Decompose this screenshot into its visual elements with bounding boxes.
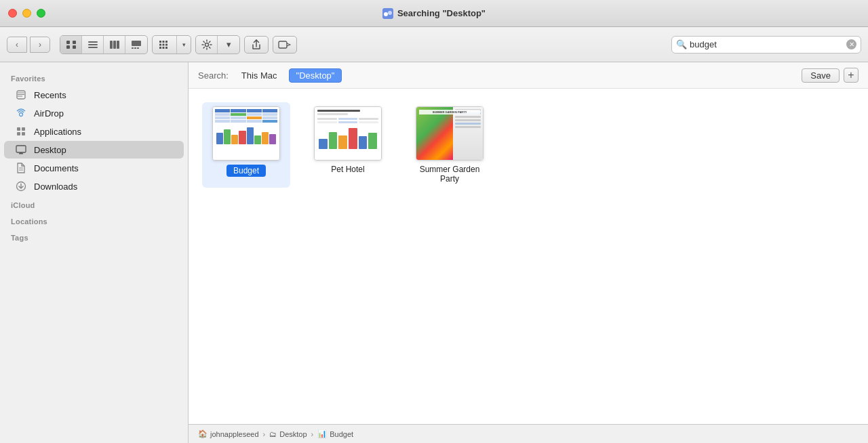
toolbar: ‹ › [0,27,868,62]
sidebar-item-label: AirDrop [34,108,64,119]
sidebar: Favorites Recents AirDrop [0,62,189,443]
svg-rect-36 [20,152,22,154]
svg-rect-16 [137,47,139,49]
garden-image-left [416,107,453,160]
desktop-folder-icon: 🗂 [269,430,277,438]
sidebar-item-applications[interactable]: Applications [4,123,184,140]
svg-rect-14 [132,47,134,49]
scope-desktop-button[interactable]: "Desktop" [289,68,342,83]
svg-rect-19 [159,47,161,49]
downloads-icon [15,180,27,192]
svg-rect-24 [165,43,167,45]
recents-icon [15,89,27,101]
scope-this-mac-button[interactable]: This Mac [234,68,285,83]
svg-rect-8 [88,44,98,45]
desktop-icon [15,144,27,156]
svg-rect-6 [73,45,76,49]
desktop-breadcrumb-text: Desktop [279,430,307,438]
column-view-button[interactable] [104,36,125,54]
file-grid: Budget [189,89,868,424]
file-item-summer-garden[interactable]: SUMMER GARDEN PARTY Summer Garden Party [406,102,494,188]
svg-rect-12 [117,41,119,49]
icon-view-button[interactable] [60,36,82,54]
search-scope-label: Search: [198,70,229,81]
view-options-arrow-icon: ▾ [177,36,191,54]
list-view-button[interactable] [82,36,104,54]
back-button[interactable]: ‹ [7,37,27,53]
sidebar-item-label: Recents [34,90,66,100]
file-item-budget[interactable]: Budget [202,102,290,188]
search-bar[interactable]: 🔍 ✕ [671,36,861,54]
share-button[interactable] [244,36,269,54]
forward-button[interactable]: › [30,37,50,53]
svg-rect-4 [73,41,76,44]
sidebar-item-label: Desktop [34,145,66,155]
svg-rect-27 [279,41,287,48]
svg-point-2 [388,11,392,15]
search-scope-bar: Search: This Mac "Desktop" Save + [189,62,868,89]
svg-rect-33 [22,132,25,135]
column-icon [109,40,120,49]
svg-rect-7 [88,41,98,43]
svg-rect-9 [88,47,98,48]
view-switcher [60,35,148,54]
nav-buttons: ‹ › [7,37,50,53]
garden-title-text: SUMMER GARDEN PARTY [419,110,480,114]
svg-rect-13 [132,41,141,46]
window-body: Favorites Recents AirDrop [0,62,868,443]
svg-rect-10 [110,41,113,49]
save-area: Save + [802,68,859,83]
svg-rect-15 [134,47,136,49]
budget-preview [213,107,279,160]
svg-rect-21 [162,43,164,45]
home-icon: 🏠 [198,429,208,438]
finder-icon [382,8,393,19]
gallery-icon [131,40,142,49]
view-options-icon [153,36,177,54]
window-title: Searching "Desktop" [382,8,486,19]
tag-button[interactable] [273,36,297,54]
sidebar-item-label: Downloads [34,182,77,192]
svg-rect-18 [159,43,161,45]
view-options-button[interactable]: ▾ [152,35,191,54]
file-item-pet-hotel[interactable]: Pet Hotel [304,102,392,188]
gallery-view-button[interactable] [125,36,147,54]
file-thumbnail-summer-garden: SUMMER GARDEN PARTY [416,106,484,161]
gear-icon [201,39,212,50]
sidebar-item-documents[interactable]: Documents [4,159,184,177]
add-criteria-button[interactable]: + [844,68,859,83]
sidebar-item-desktop[interactable]: Desktop [4,141,184,159]
file-thumbnail-budget [212,106,280,161]
close-button[interactable] [8,9,17,18]
garden-image-right [453,107,483,160]
file-icon: 📊 [317,429,327,438]
svg-rect-5 [66,45,70,49]
icloud-section-label: iCloud [0,196,188,212]
maximize-button[interactable] [37,9,45,18]
svg-rect-34 [16,146,26,152]
breadcrumb-sep-2: › [311,430,314,438]
svg-point-29 [20,113,23,117]
search-icon: 🔍 [676,39,687,49]
save-search-button[interactable]: Save [802,68,840,83]
search-clear-button[interactable]: ✕ [846,39,856,49]
svg-point-1 [384,12,388,16]
favorites-section-label: Favorites [0,69,188,85]
airdrop-icon [15,107,27,119]
minimize-button[interactable] [22,9,31,18]
gear-button[interactable] [196,36,218,54]
sidebar-item-downloads[interactable]: Downloads [4,177,184,195]
locations-section-label: Locations [0,212,188,228]
svg-rect-32 [17,132,20,135]
traffic-lights [8,9,45,18]
sidebar-item-label: Documents [34,163,79,173]
svg-point-26 [205,43,208,46]
sidebar-item-airdrop[interactable]: AirDrop [4,104,184,122]
search-input[interactable] [690,39,846,49]
sidebar-item-recents[interactable]: Recents [4,86,184,104]
svg-rect-20 [162,41,164,43]
list-icon [87,40,98,49]
gear-arrow-icon: ▾ [218,36,239,54]
tags-section-label: Tags [0,228,188,245]
status-bar: 🏠 johnappleseed › 🗂 Desktop › 📊 Budget [189,424,868,443]
